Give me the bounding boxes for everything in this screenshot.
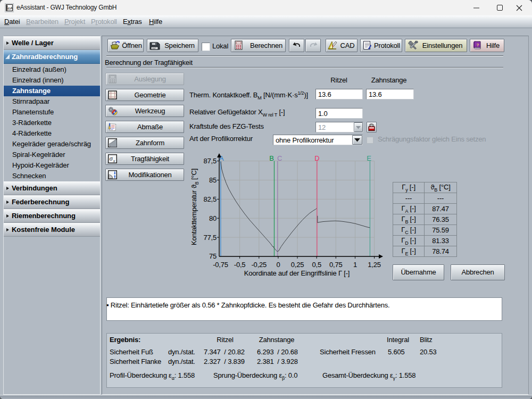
svg-text:?: ? bbox=[477, 43, 479, 47]
svg-text:0,25: 0,25 bbox=[291, 261, 304, 269]
svg-text:85: 85 bbox=[209, 176, 217, 184]
svg-text:C: C bbox=[277, 154, 282, 162]
svg-text:x: x bbox=[113, 159, 115, 163]
svg-text:eA: eA bbox=[8, 6, 13, 11]
svg-text:0,5: 0,5 bbox=[312, 261, 321, 269]
svg-text:Kontakttemperatur ϑB [°C]: Kontakttemperatur ϑB [°C] bbox=[190, 169, 200, 245]
svg-text:E: E bbox=[367, 154, 371, 162]
svg-text:82,5: 82,5 bbox=[203, 195, 217, 203]
svg-text:D: D bbox=[314, 154, 319, 162]
svg-text:75: 75 bbox=[209, 252, 217, 260]
svg-text:77,5: 77,5 bbox=[203, 234, 217, 242]
svg-text:-0,25: -0,25 bbox=[251, 261, 267, 269]
svg-text:80: 80 bbox=[209, 214, 217, 222]
svg-text:B: B bbox=[269, 154, 273, 162]
svg-text:1,25: 1,25 bbox=[368, 261, 381, 269]
svg-text:1: 1 bbox=[353, 261, 357, 269]
svg-text:87,5: 87,5 bbox=[203, 157, 217, 165]
svg-text:0: 0 bbox=[276, 261, 280, 269]
svg-text:0,75: 0,75 bbox=[329, 261, 343, 269]
svg-text:-0,75: -0,75 bbox=[213, 261, 228, 269]
svg-text:-0,5: -0,5 bbox=[234, 261, 246, 269]
svg-text:Koordinate auf der Eingriffsli: Koordinate auf der Eingriffslinie Γ [-] bbox=[244, 269, 350, 277]
